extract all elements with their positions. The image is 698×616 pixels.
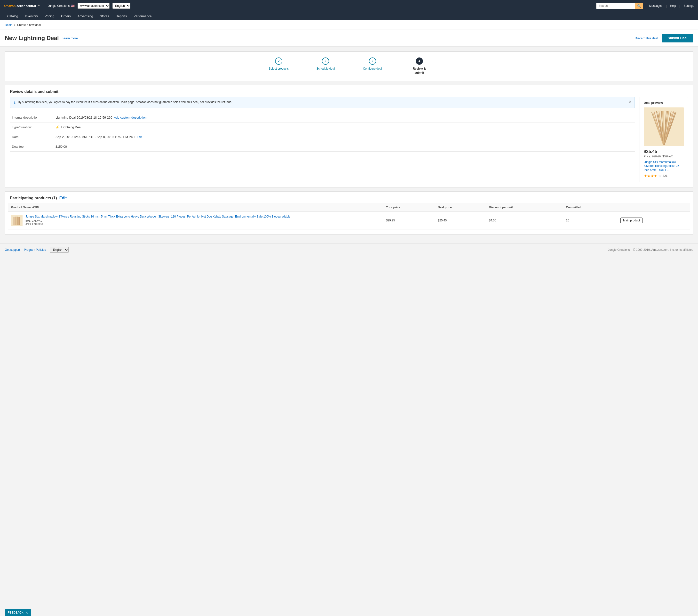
review-section: Review details and submit ℹ By submittin… [5,85,693,188]
col-committed: Committed [563,203,617,212]
edit-products-link[interactable]: Edit [59,196,67,200]
empty-star: ☆ [658,174,662,178]
header-actions: Discard this deal Submit Deal [635,34,693,42]
row-label: Internal description [10,113,54,122]
col-discount: Discount per unit [486,203,563,212]
product-badge-cell: Main product [617,211,690,229]
main-navigation: Catalog Inventory Pricing Orders Adverti… [0,12,698,20]
col-your-price: Your price [383,203,435,212]
nav-catalog[interactable]: Catalog [4,12,22,20]
info-banner-text: By submitting this deal, you agree to pa… [18,100,631,104]
row-label: Date [10,132,54,142]
step-2-circle: ✓ [322,57,329,65]
preview-product-name[interactable]: Jungle Stix Marshmallow S'Mores Roasting… [644,160,684,172]
program-policies-link[interactable]: Program Policies [24,248,46,251]
table-row: Type/duration: ⚡ Lightning Deal [10,122,635,132]
info-banner: ℹ By submitting this deal, you agree to … [10,97,635,108]
lightning-icon: ⚡ [56,125,59,129]
nav-performance[interactable]: Performance [130,12,155,20]
submit-deal-button[interactable]: Submit Deal [662,34,693,42]
step-1-circle: ✓ [275,57,282,65]
edit-date-link[interactable]: Edit [137,135,142,139]
row-label: Type/duration: [10,122,54,132]
footer-seller-name: Jungle Creations [608,248,630,251]
add-custom-description-link[interactable]: Add custom description [114,116,146,119]
row-label: Deal fee [10,142,54,151]
product-your-price: $29.95 [383,211,435,229]
connector-3 [387,61,405,61]
search-input[interactable] [596,3,635,9]
products-table: Product Name, ASIN Your price Deal price… [8,203,690,230]
participating-products-section: Participating products (1) Edit Product … [5,191,693,234]
row-value: $150.00 [54,142,635,151]
stars-display: ★★★★ [644,174,657,178]
products-section-title: Participating products (1) [10,196,57,200]
flag-icon: ⚑ [37,4,40,8]
table-row: Internal description Lightning Deal-2019… [10,113,635,122]
product-name-link[interactable]: Jungle Stix Marshmallow S'Mores Roasting… [26,215,290,218]
top-nav-links: Messages | Help | Settings [649,4,694,8]
get-support-link[interactable]: Get support [5,248,20,251]
row-value: ⚡ Lightning Deal [54,122,635,132]
discard-deal-button[interactable]: Discard this deal [635,36,658,40]
product-thumbnail [11,215,23,226]
seller-info: Jungle Creations 🇺🇸 [48,4,75,8]
step-1-label: Select products [269,67,289,71]
page-title: New Lightning Deal [5,35,59,41]
footer-right: Jungle Creations © 1999-2019, Amazon.com… [608,248,694,251]
review-section-header: Review details and submit [5,85,693,97]
help-link[interactable]: Help [670,4,676,8]
connector-1 [293,61,311,61]
step-2-label: Schedule deal [316,67,335,71]
page-title-area: New Lightning Deal Learn more [5,35,78,41]
search-button[interactable]: 🔍 [635,3,643,9]
us-flag-icon: 🇺🇸 [71,4,75,8]
nav-reports[interactable]: Reports [112,12,130,20]
col-action [617,203,690,212]
step-3-label: Configure deal [363,67,382,71]
main-product-badge: Main product [620,218,642,223]
messages-link[interactable]: Messages [649,4,662,8]
nav-orders[interactable]: Orders [58,12,74,20]
logo: amazon seller central ⚑ [4,4,40,8]
product-image-svg [647,109,681,145]
col-deal-price: Deal price [435,203,486,212]
seller-name: Jungle Creations [48,4,70,8]
top-navigation: amazon seller central ⚑ Jungle Creations… [0,0,698,12]
row-value: Sep 2, 2019 12:00 AM PDT - Sep 8, 2019 1… [54,132,635,142]
products-section-header: Participating products (1) Edit [5,192,693,203]
progress-steps: ✓ Select products ✓ Schedule deal ✓ Conf… [5,51,693,81]
breadcrumb-current: Create a new deal [17,23,41,27]
footer: Get support Program Policies English Jun… [0,243,698,256]
col-product: Product Name, ASIN [8,203,383,212]
nav-advertising[interactable]: Advertising [74,12,96,20]
language-select-footer[interactable]: English [50,247,69,253]
review-section-body: ℹ By submitting this deal, you agree to … [5,97,693,187]
table-header-row: Product Name, ASIN Your price Deal price… [8,203,690,212]
close-banner-button[interactable]: ✕ [628,99,632,104]
row-value: Lightning Deal-2019/08/21 18-15-59-260 A… [54,113,635,122]
footer-copyright: © 1999-2019, Amazon.com, Inc. or its aff… [633,248,693,251]
nav-stores[interactable]: Stores [96,12,112,20]
table-row: Date Sep 2, 2019 12:00 AM PDT - Sep 8, 2… [10,132,635,142]
product-image [644,107,684,146]
breadcrumb: Deals › Create a new deal [0,20,698,30]
footer-left: Get support Program Policies English [5,247,69,253]
nav-inventory[interactable]: Inventory [22,12,41,20]
product-row: Jungle Stix Marshmallow S'Mores Roasting… [8,211,690,229]
deal-preview-title: Deal preview [644,101,684,105]
star-rating: ★★★★ ☆ 321 [644,174,684,178]
info-icon: ℹ [14,100,15,105]
connector-2 [340,61,358,61]
detail-table: Internal description Lightning Deal-2019… [10,113,635,152]
deal-preview-card: Deal preview [640,97,688,182]
preview-deal-price: $25.45 [644,149,684,154]
language-select-top[interactable]: English [112,3,130,9]
marketplace-select[interactable]: www.amazon.com [78,3,110,9]
review-count: 321 [662,174,668,178]
learn-more-link[interactable]: Learn more [62,36,78,40]
nav-pricing[interactable]: Pricing [41,12,58,20]
breadcrumb-deals-link[interactable]: Deals [5,23,12,27]
settings-link[interactable]: Settings [684,4,694,8]
search-area: 🔍 [596,3,643,9]
